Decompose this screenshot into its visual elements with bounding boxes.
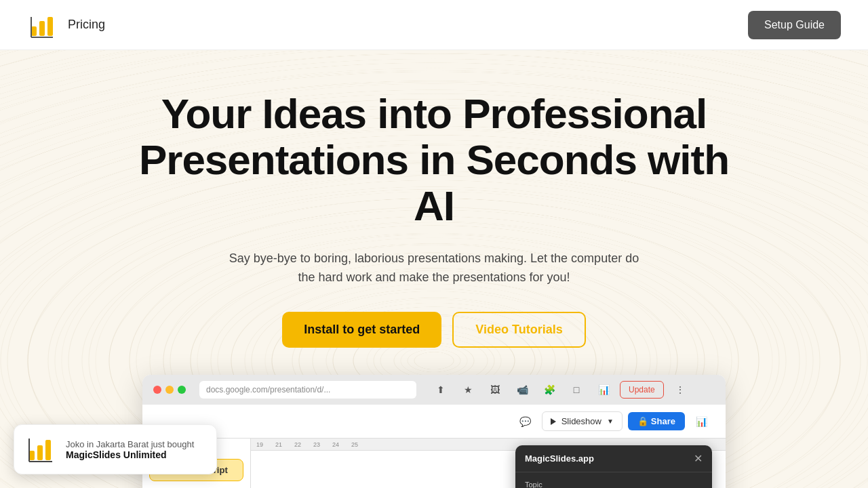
svg-rect-2 [47,17,53,36]
magic-popup: MagicSlides.app ✕ Topic [515,445,712,488]
dot-red [153,386,161,394]
setup-guide-button[interactable]: Setup Guide [748,11,841,39]
magicslides-icon-btn[interactable]: 📊 [690,411,712,432]
topic-label: Topic [525,481,703,488]
toast-notification: Joko in Jakarta Barat just bought MagicS… [14,424,217,474]
demo-container: docs.google.com/presentation/d/... ⬆ ★ 🖼… [142,375,726,488]
video-tutorials-button[interactable]: Video Tutorials [452,312,585,348]
hero-subtitle: Say bye-bye to boring, laborious present… [224,249,644,288]
slides-main: Finished script 19 21 22 23 24 25 MagicS… [142,439,726,488]
chevron-down-icon: ▼ [607,418,614,425]
magic-popup-header: MagicSlides.app ✕ [515,445,712,472]
slide-content: 19 21 22 23 24 25 MagicSlides.app ✕ Topi… [251,439,726,488]
logo-icon[interactable] [27,10,57,40]
svg-rect-5 [29,451,35,460]
update-button[interactable]: Update [620,381,664,399]
dot-green [178,386,186,394]
dot-yellow [165,386,174,394]
play-icon [551,418,556,425]
image-icon-btn[interactable]: 🖼 [484,379,506,401]
toast-product-text: MagicSlides Unlimited [66,449,194,460]
navbar: Pricing Setup Guide [0,0,868,50]
toast-text: Joko in Jakarta Barat just bought MagicS… [66,439,194,460]
svg-rect-7 [45,440,51,460]
box-icon-btn[interactable]: □ [566,379,587,401]
star-icon-btn[interactable]: ★ [457,379,479,401]
share-button[interactable]: 🔒 Share [628,412,685,430]
magic-popup-body: Topic [515,472,712,488]
svg-rect-1 [39,21,45,36]
install-button[interactable]: Install to get started [282,312,441,348]
pricing-link[interactable]: Pricing [68,18,105,32]
hero-title: Your Ideas into Professional Presentatio… [129,91,739,230]
browser-bar: docs.google.com/presentation/d/... ⬆ ★ 🖼… [142,375,726,405]
browser-dots [153,386,186,394]
video-icon-btn[interactable]: 📹 [511,379,533,401]
magic-popup-title: MagicSlides.app [525,453,594,464]
hero-section: Your Ideas into Professional Presentatio… [0,50,868,375]
slides-toolbar: 💬 Slideshow ▼ 🔒 Share 📊 [142,405,726,439]
slideshow-button[interactable]: Slideshow ▼ [542,411,623,431]
svg-rect-0 [31,26,37,36]
comment-icon-btn[interactable]: 💬 [515,411,536,432]
chart-icon-btn[interactable]: 📊 [593,379,614,401]
navbar-left: Pricing [27,10,105,40]
puzzle-icon-btn[interactable]: 🧩 [538,379,560,401]
browser-url: docs.google.com/presentation/d/... [199,381,416,399]
toast-main-text: Joko in Jakarta Barat just bought [66,439,194,449]
more-icon-btn[interactable]: ⋮ [669,379,691,401]
share-icon-btn[interactable]: ⬆ [430,379,452,401]
toast-logo-icon [26,434,56,464]
svg-rect-6 [37,445,43,460]
lock-icon: 🔒 [637,416,648,426]
magic-popup-close-button[interactable]: ✕ [694,452,703,465]
hero-buttons: Install to get started Video Tutorials [282,312,585,348]
